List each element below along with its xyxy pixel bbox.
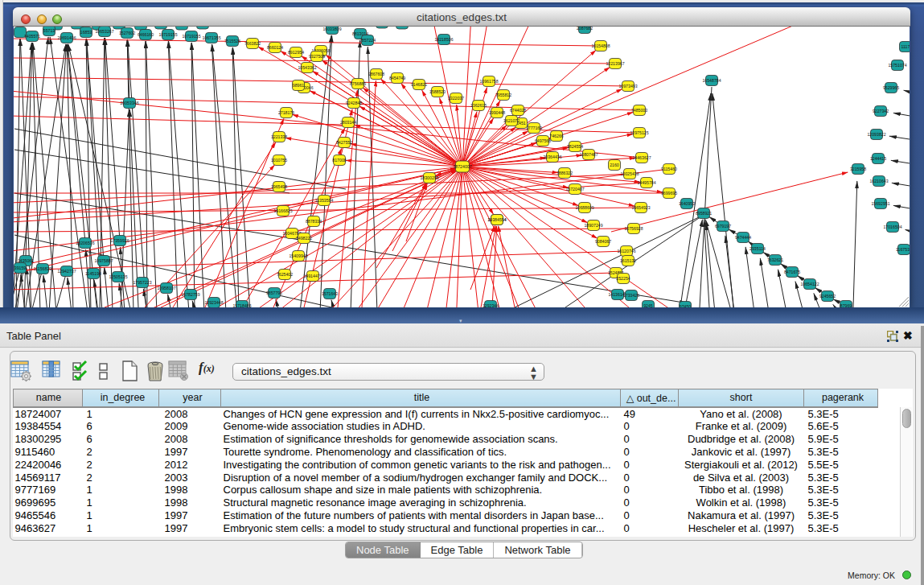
svg-text:2718176: 2718176 bbox=[278, 110, 294, 115]
svg-text:15409948: 15409948 bbox=[289, 253, 307, 258]
svg-text:1322037: 1322037 bbox=[448, 96, 464, 101]
svg-text:12942737: 12942737 bbox=[57, 269, 76, 274]
svg-text:10756928: 10756928 bbox=[624, 226, 643, 231]
svg-text:12093822: 12093822 bbox=[867, 132, 885, 137]
svg-text:1145194: 1145194 bbox=[85, 271, 101, 276]
svg-text:6744028: 6744028 bbox=[510, 108, 526, 113]
svg-text:10653267: 10653267 bbox=[95, 29, 113, 34]
svg-text:2160: 2160 bbox=[610, 163, 619, 167]
svg-text:6979197: 6979197 bbox=[715, 224, 731, 229]
svg-text:817008: 817008 bbox=[332, 158, 346, 163]
svg-text:12975125: 12975125 bbox=[630, 130, 648, 135]
svg-text:1621072: 1621072 bbox=[503, 118, 519, 123]
svg-text:11353594: 11353594 bbox=[315, 198, 334, 203]
svg-text:1527602: 1527602 bbox=[119, 31, 135, 35]
svg-text:10719155: 10719155 bbox=[158, 32, 177, 37]
svg-text:1588520: 1588520 bbox=[429, 89, 446, 94]
svg-text:16782759: 16782759 bbox=[181, 292, 199, 297]
svg-text:19654923: 19654923 bbox=[631, 205, 650, 210]
svg-text:19384554: 19384554 bbox=[487, 217, 506, 222]
svg-text:1615132: 1615132 bbox=[620, 258, 636, 263]
svg-text:12923448: 12923448 bbox=[204, 300, 223, 305]
svg-text:1733426: 1733426 bbox=[623, 293, 639, 298]
svg-text:9699695: 9699695 bbox=[661, 191, 677, 196]
svg-text:17359926: 17359926 bbox=[110, 238, 129, 243]
svg-text:17957223: 17957223 bbox=[133, 280, 151, 285]
svg-text:1010755: 1010755 bbox=[271, 158, 287, 163]
svg-text:1221338: 1221338 bbox=[271, 134, 287, 139]
svg-text:7857224: 7857224 bbox=[359, 38, 376, 43]
svg-text:8958921: 8958921 bbox=[696, 211, 712, 216]
svg-text:1244415: 1244415 bbox=[870, 156, 886, 161]
svg-text:8912954: 8912954 bbox=[288, 50, 304, 55]
svg-text:9857791: 9857791 bbox=[266, 290, 282, 295]
svg-text:7955812: 7955812 bbox=[495, 93, 511, 97]
svg-text:39159: 39159 bbox=[14, 266, 27, 270]
svg-text:7515526: 7515526 bbox=[224, 39, 240, 43]
svg-text:19218506: 19218506 bbox=[434, 37, 453, 42]
svg-text:9777169: 9777169 bbox=[526, 126, 542, 130]
svg-text:20364436: 20364436 bbox=[543, 154, 561, 159]
svg-text:7632621: 7632621 bbox=[767, 257, 783, 262]
svg-text:746266: 746266 bbox=[549, 134, 563, 138]
svg-text:20053346: 20053346 bbox=[120, 101, 138, 105]
svg-text:18300295: 18300295 bbox=[420, 175, 438, 180]
svg-text:8427552: 8427552 bbox=[336, 140, 352, 145]
svg-text:15720407: 15720407 bbox=[565, 187, 584, 192]
svg-text:8454749: 8454749 bbox=[389, 76, 405, 80]
svg-text:8756885: 8756885 bbox=[350, 81, 366, 86]
svg-text:10807487: 10807487 bbox=[579, 152, 598, 157]
svg-text:2935114: 2935114 bbox=[749, 246, 766, 251]
svg-text:1990448: 1990448 bbox=[489, 110, 505, 115]
svg-text:10973493: 10973493 bbox=[618, 84, 637, 89]
svg-text:20206536: 20206536 bbox=[76, 241, 94, 245]
svg-text:9227342: 9227342 bbox=[873, 109, 889, 113]
svg-text:10543362: 10543362 bbox=[298, 65, 316, 70]
svg-text:9529965: 9529965 bbox=[883, 85, 899, 90]
svg-text:10961758: 10961758 bbox=[479, 79, 498, 84]
svg-text:8878334: 8878334 bbox=[306, 219, 322, 224]
svg-text:2803144: 2803144 bbox=[340, 120, 356, 125]
svg-text:1965498: 1965498 bbox=[271, 184, 287, 189]
svg-text:1362615: 1362615 bbox=[470, 103, 487, 108]
svg-text:3824554: 3824554 bbox=[567, 144, 583, 149]
svg-text:7625402: 7625402 bbox=[277, 272, 293, 277]
svg-text:16853: 16853 bbox=[80, 30, 92, 35]
svg-text:14463627: 14463627 bbox=[632, 155, 651, 160]
svg-text:1167534: 1167534 bbox=[896, 247, 910, 252]
svg-text:9245652: 9245652 bbox=[819, 294, 836, 299]
svg-text:18724007: 18724007 bbox=[453, 164, 471, 169]
svg-text:6497568: 6497568 bbox=[535, 138, 551, 143]
svg-text:7485003: 7485003 bbox=[631, 108, 647, 113]
svg-text:8471675: 8471675 bbox=[784, 270, 800, 274]
svg-text:9474444: 9474444 bbox=[735, 235, 751, 240]
svg-text:2867608: 2867608 bbox=[368, 72, 384, 76]
svg-text:10671355: 10671355 bbox=[202, 35, 220, 40]
svg-text:98961: 98961 bbox=[293, 83, 305, 88]
svg-text:1405571: 1405571 bbox=[24, 34, 40, 39]
svg-text:9242848: 9242848 bbox=[346, 101, 362, 105]
svg-text:252254: 252254 bbox=[616, 276, 630, 281]
svg-text:7663822: 7663822 bbox=[244, 41, 261, 46]
svg-text:10154808: 10154808 bbox=[591, 43, 610, 48]
svg-text:17016504: 17016504 bbox=[883, 225, 901, 229]
svg-text:9084067: 9084067 bbox=[595, 239, 611, 244]
svg-text:1640953: 1640953 bbox=[679, 201, 695, 206]
svg-text:1571643: 1571643 bbox=[322, 291, 338, 296]
svg-text:9327509: 9327509 bbox=[309, 54, 325, 59]
svg-text:10958107: 10958107 bbox=[157, 286, 175, 290]
svg-text:55713: 55713 bbox=[43, 28, 55, 33]
svg-text:14914479: 14914479 bbox=[303, 274, 322, 278]
svg-text:10719155: 10719155 bbox=[182, 34, 200, 39]
svg-text:18907249: 18907249 bbox=[584, 223, 602, 228]
svg-text:15692951: 15692951 bbox=[871, 201, 889, 206]
svg-text:9146821: 9146821 bbox=[411, 82, 427, 87]
svg-text:12213967: 12213967 bbox=[606, 61, 624, 66]
svg-text:3215958: 3215958 bbox=[850, 167, 866, 171]
svg-text:7886322: 7886322 bbox=[556, 171, 573, 175]
svg-text:11156829: 11156829 bbox=[34, 266, 51, 271]
svg-text:20691406: 20691406 bbox=[57, 35, 76, 40]
svg-text:8660124: 8660124 bbox=[267, 45, 283, 50]
svg-text:19166825: 19166825 bbox=[273, 208, 292, 213]
svg-text:6466160: 6466160 bbox=[138, 32, 154, 37]
